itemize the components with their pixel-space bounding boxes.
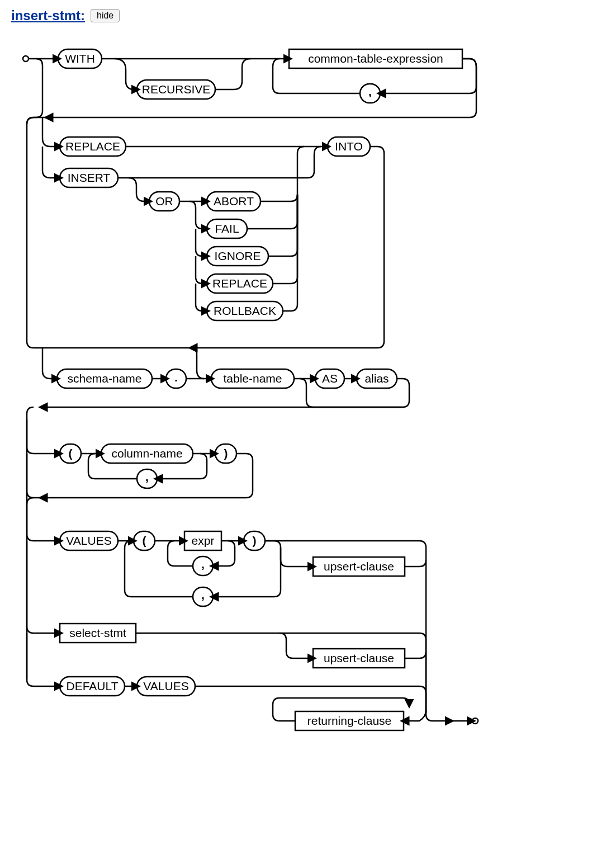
node-cte: common-table-expression — [308, 52, 443, 65]
node-dot: . — [174, 371, 178, 384]
node-select-stmt: select-stmt — [69, 626, 126, 639]
node-recursive: RECURSIVE — [142, 83, 211, 96]
node-insert: INSERT — [68, 171, 111, 184]
node-comma-row: , — [201, 588, 205, 601]
svg-point-35 — [472, 718, 478, 724]
node-column-name: column-name — [111, 447, 182, 460]
node-values2: VALUES — [143, 680, 188, 692]
node-rparen-vals: ) — [253, 534, 257, 547]
node-fail: FAIL — [215, 222, 239, 235]
node-upsert2: upsert-clause — [324, 652, 394, 664]
node-replace: REPLACE — [65, 140, 120, 153]
node-rparen-cols: ) — [224, 447, 228, 460]
node-into: INTO — [335, 140, 363, 153]
node-replace2: REPLACE — [212, 277, 267, 290]
node-table-name: table-name — [223, 372, 282, 385]
node-comma-expr: , — [201, 558, 205, 570]
node-as: AS — [322, 372, 338, 385]
node-alias: alias — [364, 372, 389, 385]
node-lparen-cols: ( — [69, 447, 73, 460]
node-comma-cte: , — [368, 85, 372, 98]
node-comma-cols: , — [145, 470, 149, 483]
node-ignore: IGNORE — [215, 249, 261, 262]
node-with: WITH — [65, 52, 95, 65]
node-abort: ABORT — [214, 195, 254, 207]
diagram-title-link[interactable]: insert-stmt: — [11, 8, 85, 23]
node-schema-name: schema-name — [67, 372, 141, 385]
node-returning: returning-clause — [307, 714, 392, 727]
hide-button[interactable]: hide — [91, 9, 120, 22]
node-upsert1: upsert-clause — [324, 560, 394, 573]
node-values: VALUES — [66, 534, 111, 547]
svg-point-0 — [23, 56, 29, 62]
node-lparen-vals: ( — [143, 534, 146, 547]
node-rollback: ROLLBACK — [214, 304, 276, 317]
syntax-diagram: WITH RECURSIVE common-table-expression ,… — [11, 28, 486, 733]
node-default: DEFAULT — [67, 680, 119, 692]
node-or: OR — [155, 195, 173, 207]
node-expr: expr — [192, 534, 215, 547]
